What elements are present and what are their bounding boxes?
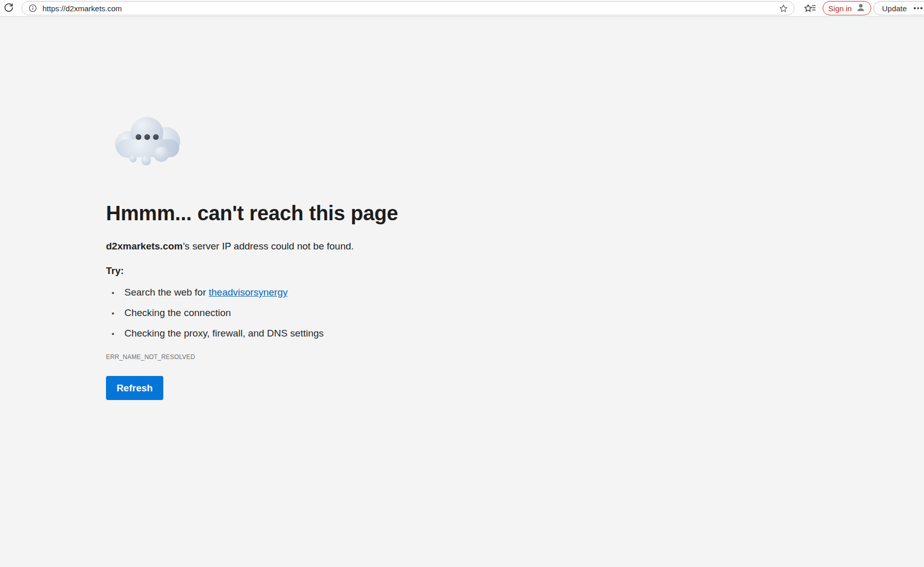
favorites-button[interactable] [803,2,816,15]
more-options-icon[interactable] [914,7,922,9]
favorites-star-list-icon [803,3,816,15]
site-info-icon[interactable] [29,4,37,12]
update-label: Update [882,4,907,13]
sign-in-label: Sign in [828,4,852,13]
try-label: Try: [106,265,124,277]
cloud-bubble-small [130,155,137,162]
cloud-bubble-medium [141,156,151,165]
cloud-error-illustration [115,117,182,167]
error-title: Hmmm... can't reach this page [106,202,398,224]
error-domain: d2xmarkets.com [106,241,183,251]
update-menu-button[interactable]: Update [873,1,924,15]
cloud-ellipsis-dots [136,134,159,140]
address-bar[interactable]: https://d2xmarkets.com [22,1,794,15]
suggestion-list: Search the web for theadvisorsynergy Che… [106,287,324,349]
error-code: ERR_NAME_NOT_RESOLVED [106,353,195,361]
error-subtitle: d2xmarkets.com’s server IP address could… [106,241,354,252]
cloud-bubble-large [154,146,169,162]
reload-button[interactable] [2,1,16,15]
profile-icon [856,3,866,14]
error-page: Hmmm... can't reach this page d2xmarkets… [0,17,924,567]
error-subtitle-rest: ’s server IP address could not be found. [183,241,354,251]
suggestion-check-connection: Checking the connection [106,308,324,318]
reload-icon [4,3,14,14]
url-text: https://d2xmarkets.com [42,4,779,13]
refresh-button[interactable]: Refresh [106,376,163,400]
browser-toolbar: https://d2xmarkets.com Sign in [0,0,924,17]
suggestion-search-prefix: Search the web for [124,287,209,298]
suggestion-search-web: Search the web for theadvisorsynergy [106,287,324,297]
search-suggestion-link[interactable]: theadvisorsynergy [209,287,288,298]
suggestion-check-proxy: Checking the proxy, firewall, and DNS se… [106,328,324,338]
cloud-base [117,139,179,157]
favorite-star-icon[interactable] [779,4,788,13]
sign-in-button[interactable]: Sign in [823,1,871,15]
